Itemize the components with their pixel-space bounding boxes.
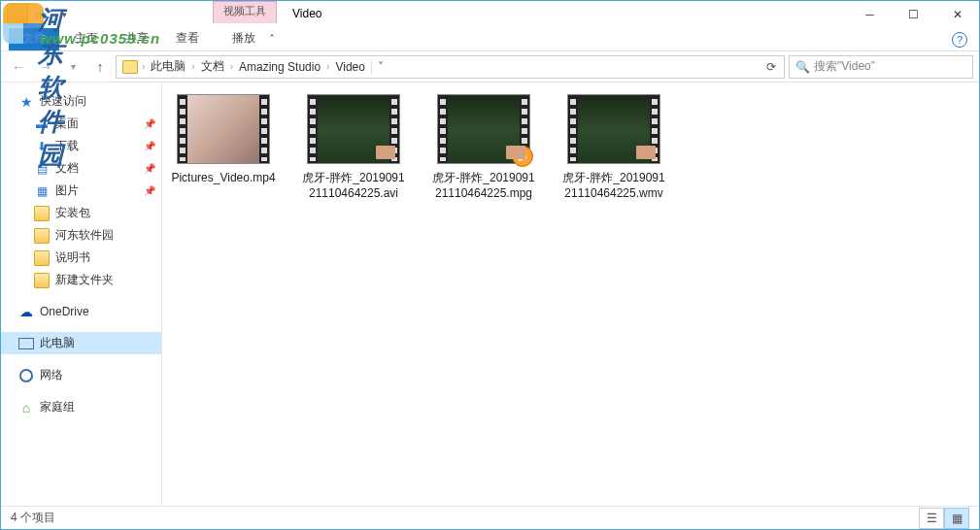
sidebar-item-label: 下载 — [55, 138, 79, 154]
breadcrumb-segment[interactable]: 文档 — [197, 56, 228, 77]
play-icon: ▶ — [512, 146, 533, 167]
ribbon-tabs: 文件 主页 共享 查看 播放 ˄ ? — [1, 28, 979, 51]
nav-back-button[interactable]: ← — [7, 55, 30, 79]
status-bar: 4 个项目 ☰ ▦ — [1, 506, 979, 529]
search-input[interactable]: 🔍 搜索"Video" — [789, 55, 973, 79]
file-item[interactable]: 虎牙-胖炸_20190912111046​4225.wmv — [560, 94, 667, 201]
sidebar-item-label: 说明书 — [55, 249, 90, 266]
sidebar-item-downloads[interactable]: ⬇下载📌 — [1, 135, 161, 157]
contextual-tab-label: 视频工具 — [213, 1, 277, 23]
sidebar-item-documents[interactable]: ▤文档📌 — [1, 157, 161, 180]
chevron-right-icon[interactable]: › — [326, 61, 329, 72]
file-item[interactable]: ▶ 虎牙-胖炸_20190912111046​4225.mpg — [430, 94, 537, 201]
pin-icon: 📌 — [144, 118, 155, 129]
chevron-right-icon[interactable]: › — [142, 61, 145, 72]
filmstrip-icon — [650, 95, 659, 163]
sidebar-item-folder[interactable]: 说明书 — [1, 247, 161, 269]
sidebar-item-label: 新建文件夹 — [55, 272, 114, 288]
main-area: ★ 快速访问 ▬桌面📌 ⬇下载📌 ▤文档📌 ▦图片📌 安装包 河东软件园 说明书… — [1, 83, 979, 506]
file-name: Pictures_Video.mp4 — [170, 170, 277, 185]
qat-dropdown-icon[interactable]: ▾ — [53, 4, 75, 25]
view-thumbnails-button[interactable]: ▦ — [944, 508, 969, 529]
filmstrip-icon — [259, 95, 269, 163]
sidebar-item-label: 网络 — [40, 367, 63, 383]
breadcrumb-segment[interactable]: Amazing Studio — [235, 58, 324, 76]
quick-access-toolbar: ▭ ▾ — [1, 4, 75, 25]
refresh-icon[interactable]: ⟳ — [762, 60, 780, 74]
sidebar-onedrive[interactable]: ☁OneDrive — [1, 301, 161, 322]
video-thumbnail — [307, 94, 400, 164]
sidebar-network[interactable]: 网络 — [1, 364, 161, 386]
sidebar-item-folder[interactable]: 安装包 — [1, 202, 161, 224]
tab-share[interactable]: 共享 — [112, 26, 162, 50]
sidebar-item-label: OneDrive — [40, 305, 89, 318]
file-name: 虎牙-胖炸_20190912111046​4225.avi — [300, 170, 407, 201]
network-icon — [18, 368, 34, 383]
pc-icon — [18, 336, 34, 351]
search-placeholder: 搜索"Video" — [814, 58, 875, 75]
search-icon: 🔍 — [795, 60, 810, 74]
help-icon[interactable]: ? — [952, 32, 967, 48]
filmstrip-icon — [308, 95, 318, 163]
breadcrumb-dropdown-icon[interactable]: ˅ — [371, 60, 389, 74]
sidebar-homegroup[interactable]: ⌂家庭组 — [1, 396, 161, 418]
breadcrumb-segment[interactable]: 此电脑 — [147, 56, 189, 77]
filmstrip-icon — [178, 95, 187, 163]
file-name: 虎牙-胖炸_20190912111046​4225.wmv — [560, 170, 667, 201]
folder-icon — [34, 206, 50, 221]
homegroup-icon: ⌂ — [18, 400, 34, 415]
pin-icon: 📌 — [144, 185, 155, 196]
pin-icon: 📌 — [144, 141, 155, 151]
file-list[interactable]: Pictures_Video.mp4 虎牙-胖炸_20190912111046​… — [162, 83, 979, 506]
breadcrumb[interactable]: › 此电脑 › 文档 › Amazing Studio › Video ˅ ⟳ — [116, 55, 785, 79]
qat-properties-icon[interactable]: ▭ — [30, 4, 51, 25]
nav-up-button[interactable]: ↑ — [88, 55, 112, 79]
sidebar-item-label: 河东软件园 — [55, 227, 114, 244]
sidebar-item-pictures[interactable]: ▦图片📌 — [1, 180, 161, 202]
chevron-right-icon[interactable]: › — [191, 61, 194, 72]
close-button[interactable]: ✕ — [935, 1, 979, 28]
sidebar-item-label: 文档 — [55, 160, 79, 177]
file-item[interactable]: 虎牙-胖炸_20190912111046​4225.avi — [300, 94, 407, 201]
titlebar: ▭ ▾ 视频工具 Video ─ ☐ ✕ — [1, 1, 979, 28]
filmstrip-icon — [568, 95, 578, 163]
star-icon: ★ — [18, 94, 34, 110]
filmstrip-icon — [438, 95, 448, 163]
view-details-button[interactable]: ☰ — [919, 508, 944, 529]
address-bar: ← → ▾ ↑ › 此电脑 › 文档 › Amazing Studio › Vi… — [1, 51, 979, 83]
sidebar-item-folder[interactable]: 河东软件园 — [1, 224, 161, 247]
breadcrumb-segment[interactable]: Video — [331, 58, 368, 76]
tab-view[interactable]: 查看 — [162, 26, 213, 50]
folder-icon — [122, 60, 138, 74]
sidebar-item-label: 图片 — [55, 182, 79, 199]
video-thumbnail — [177, 94, 270, 164]
nav-history-dropdown[interactable]: ▾ — [61, 55, 84, 79]
maximize-button[interactable]: ☐ — [892, 1, 935, 28]
video-thumbnail — [567, 94, 660, 164]
status-item-count: 4 个项目 — [11, 510, 55, 526]
sidebar-item-folder[interactable]: 新建文件夹 — [1, 269, 161, 291]
file-name: 虎牙-胖炸_20190912111046​4225.mpg — [430, 170, 537, 201]
video-thumbnail: ▶ — [437, 94, 530, 164]
onedrive-icon: ☁ — [18, 304, 34, 319]
downloads-icon: ⬇ — [34, 139, 50, 154]
tab-home[interactable]: 主页 — [61, 26, 112, 50]
sidebar-this-pc[interactable]: 此电脑 — [1, 332, 161, 354]
desktop-icon: ▬ — [34, 116, 50, 132]
documents-icon: ▤ — [34, 161, 50, 177]
sidebar-item-label: 家庭组 — [40, 399, 75, 415]
sidebar-quick-access[interactable]: ★ 快速访问 — [1, 90, 161, 113]
sidebar-item-label: 安装包 — [55, 205, 90, 221]
navigation-pane: ★ 快速访问 ▬桌面📌 ⬇下载📌 ▤文档📌 ▦图片📌 安装包 河东软件园 说明书… — [1, 83, 162, 506]
tab-play[interactable]: 播放 — [219, 26, 269, 50]
minimize-button[interactable]: ─ — [848, 1, 892, 28]
ribbon-expand-icon[interactable]: ˄ — [269, 33, 275, 47]
pin-icon: 📌 — [144, 163, 155, 174]
chevron-right-icon[interactable]: › — [230, 61, 233, 72]
file-item[interactable]: Pictures_Video.mp4 — [170, 94, 277, 185]
folder-icon — [34, 228, 50, 244]
file-tab[interactable]: 文件 — [9, 26, 59, 50]
sidebar-item-label: 此电脑 — [40, 335, 75, 351]
pictures-icon: ▦ — [34, 183, 50, 199]
sidebar-item-desktop[interactable]: ▬桌面📌 — [1, 113, 161, 135]
